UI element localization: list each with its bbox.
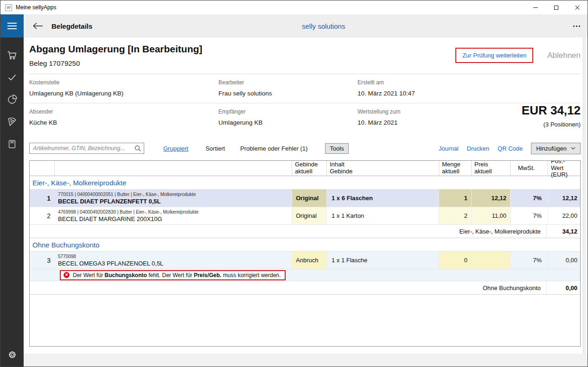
maximize-icon xyxy=(554,6,558,10)
cart-icon xyxy=(6,50,18,61)
sidebar-item-reports[interactable] xyxy=(0,89,24,111)
group-header: Ohne Buchungskonto xyxy=(30,238,580,252)
gebinde-cell[interactable]: Anbruch xyxy=(292,252,326,269)
preis-cell[interactable]: 11,00 xyxy=(471,207,510,224)
table-header-row: Gebinde aktuell Inhalt Gebinde Menge akt… xyxy=(30,161,580,176)
window-title: Meine sellyApps xyxy=(16,4,56,11)
preis-cell[interactable] xyxy=(471,252,510,269)
col-preis: Preis aktuell xyxy=(471,161,510,176)
list-toolbar: Gruppiert Sortiert Probleme oder Fehler … xyxy=(29,142,581,154)
sidebar-item-food[interactable] xyxy=(0,111,24,133)
article-meta: 5770098 xyxy=(58,254,76,259)
error-message: ✕ Der Wert für Buchungskonto fehlt. Der … xyxy=(60,270,286,280)
menge-cell[interactable]: 1 xyxy=(439,190,471,207)
app-logo-icon: W xyxy=(5,4,12,11)
document-total: EUR 34,12 (3 Positionen) xyxy=(522,103,581,128)
col-gebinde: Gebinde aktuell xyxy=(292,161,326,176)
article-name: BECEL DIAET MARGARINE 200X10G xyxy=(58,215,162,222)
sidebar-item-catalog[interactable] xyxy=(0,133,24,155)
sidebar-item-tasks[interactable] xyxy=(0,66,24,89)
search-input[interactable] xyxy=(30,144,134,153)
article-meta: 770015 | 04000400002051 | Butter | Eier-… xyxy=(58,192,196,197)
article-cell: 770015 | 04000400002051 | Butter | Eier-… xyxy=(54,190,292,207)
maximize-button[interactable] xyxy=(546,0,567,14)
row-number: 3 xyxy=(30,252,54,269)
chevron-down-icon xyxy=(571,147,575,150)
field-absender: Absender Küche KB xyxy=(29,108,218,126)
table-row[interactable]: 2 4769998 | 04000492002830 | Butter | Ei… xyxy=(30,207,580,225)
back-button[interactable] xyxy=(32,22,44,30)
row-number: 1 xyxy=(30,190,54,207)
total-positions: (3 Positionen) xyxy=(522,121,581,128)
gebinde-cell[interactable]: Original xyxy=(292,207,326,224)
menu-button[interactable] xyxy=(0,14,24,38)
menge-cell[interactable]: 2 xyxy=(439,207,471,224)
col-menge: Menge aktuell xyxy=(439,161,471,176)
book-icon xyxy=(7,139,17,149)
sidebar-item-cart[interactable] xyxy=(0,44,24,66)
qr-code-link[interactable]: QR Code xyxy=(498,145,523,152)
more-options-button[interactable] xyxy=(573,25,580,27)
group-header: Eier-, Käse-, Molkereiprodukte xyxy=(30,176,580,190)
annotation-highlight: Zur Prüfung weiterleiten xyxy=(455,48,533,63)
add-dropdown-button[interactable]: Hinzufügen xyxy=(531,143,581,154)
table-row[interactable]: 3 5770098 BECEL OMEGA3 PFLANZENOEL 0,5L … xyxy=(30,252,580,269)
field-kostenstelle: Kostenstelle Umlagerung KB (Umlagerung K… xyxy=(29,79,218,97)
inhalt-cell: 1 x 1 Karton xyxy=(326,207,439,224)
group-total-value: 34,12 xyxy=(546,225,580,238)
meta-row-2: Absender Küche KB Empfänger Umlagerung K… xyxy=(29,103,581,132)
top-command-bar: Belegdetails selly solutions xyxy=(24,14,588,38)
minimize-icon xyxy=(533,7,538,8)
sidebar xyxy=(0,14,24,367)
field-erstellt-am: Erstellt am 10. März 2021 10:47 xyxy=(358,79,581,97)
sorted-toggle[interactable]: Sortiert xyxy=(205,145,225,152)
close-button[interactable] xyxy=(567,0,588,14)
inhalt-cell: 1 x 1 Flasche xyxy=(326,252,439,269)
document-detail-pane: Abgang Umlagerung [In Bearbeitung] Beleg… xyxy=(24,38,588,354)
search-icon xyxy=(134,145,141,152)
field-bearbeiter: Bearbeiter Frau selly solutions xyxy=(218,79,358,97)
page-title: Belegdetails xyxy=(51,22,92,30)
problems-filter[interactable]: Probleme oder Fehler (1) xyxy=(240,145,307,152)
table-row[interactable]: 1 770015 | 04000400002051 | Butter | Eie… xyxy=(30,190,580,207)
col-poswert: Pos.-Wert (EUR) xyxy=(548,161,580,176)
inhalt-cell: 1 x 6 Flaschen xyxy=(326,190,439,207)
preis-cell[interactable]: 12,12 xyxy=(471,190,510,207)
gebinde-cell[interactable]: Original xyxy=(292,190,326,207)
group-total-row: Eier-, Käse-, Molkereiprodukte 34,12 xyxy=(30,225,580,238)
check-icon xyxy=(7,72,17,82)
col-mwst: MwSt. xyxy=(510,161,548,176)
journal-link[interactable]: Journal xyxy=(439,145,459,152)
group-total-value: 0,00 xyxy=(546,281,580,294)
scrollbar-track[interactable] xyxy=(583,38,585,354)
pie-chart-icon xyxy=(6,94,18,105)
poswert-cell: 0,00 xyxy=(548,252,580,269)
article-cell: 4769998 | 04000492002830 | Butter | Eier… xyxy=(54,207,292,224)
total-amount: EUR 34,12 xyxy=(522,103,581,118)
error-circle-icon: ✕ xyxy=(64,272,70,278)
menge-cell[interactable]: 0 xyxy=(439,252,471,269)
article-cell: 5770098 BECEL OMEGA3 PFLANZENOEL 0,5L xyxy=(54,252,292,269)
group-total-label: Eier-, Käse-, Molkereiprodukte xyxy=(459,228,546,235)
col-inhalt: Inhalt Gebinde xyxy=(326,161,439,176)
forward-for-review-button[interactable]: Zur Prüfung weiterleiten xyxy=(456,49,532,62)
minimize-button[interactable] xyxy=(525,0,546,14)
search-box[interactable] xyxy=(29,143,144,154)
group-total-label: Ohne Buchungskonto xyxy=(483,285,546,291)
article-meta: 4769998 | 04000492002830 | Butter | Eier… xyxy=(58,209,198,215)
close-icon xyxy=(575,5,580,10)
reject-button[interactable]: Ablehnen xyxy=(547,51,581,60)
sidebar-item-settings[interactable] xyxy=(0,343,24,366)
app-window: W Meine sellyApps xyxy=(0,0,588,367)
meta-row-1: Kostenstelle Umlagerung KB (Umlagerung K… xyxy=(29,74,581,103)
bottom-strip xyxy=(24,354,588,367)
field-empfaenger: Empfänger Umlagerung KB xyxy=(218,108,358,126)
gear-icon xyxy=(7,350,17,360)
tools-button[interactable]: Tools xyxy=(325,143,348,154)
print-link[interactable]: Drucken xyxy=(467,145,489,152)
error-text: Der Wert für Buchungskonto fehlt. Der We… xyxy=(73,272,281,278)
grouped-toggle[interactable]: Gruppiert xyxy=(163,145,188,152)
titlebar: W Meine sellyApps xyxy=(0,0,588,14)
pizza-icon xyxy=(6,116,18,127)
positions-table: Gebinde aktuell Inhalt Gebinde Menge akt… xyxy=(29,160,581,347)
